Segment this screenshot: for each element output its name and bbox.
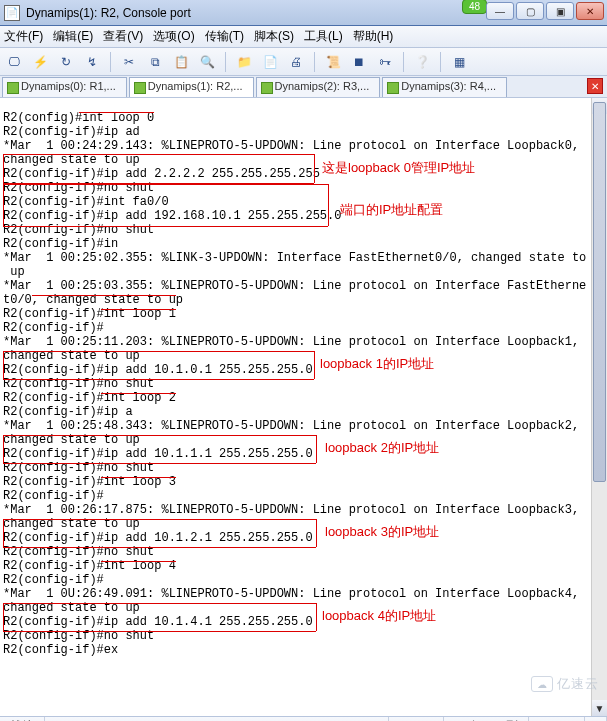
- annotation-box: [3, 379, 314, 380]
- annotation-box: [3, 603, 316, 604]
- toolbar-separator: [225, 52, 226, 72]
- paste-icon[interactable]: 📋: [171, 52, 191, 72]
- status-protocol: Telnet: [336, 717, 389, 721]
- app-icon: 📄: [4, 5, 20, 21]
- annotation-box: [3, 519, 4, 547]
- close-tab-button[interactable]: ✕: [587, 78, 603, 94]
- annotation-label-loopback1: loopback 1的IP地址: [320, 355, 434, 373]
- maximize-button[interactable]: ▢: [516, 2, 544, 20]
- toolbar-separator: [110, 52, 111, 72]
- toolbar-separator: [440, 52, 441, 72]
- annotation-box: [328, 184, 329, 226]
- status-emulation: VT100: [529, 717, 585, 721]
- annotation-box: [316, 603, 317, 631]
- scroll-thumb[interactable]: [593, 102, 606, 482]
- tooltip-badge: 48: [462, 0, 487, 14]
- toolbar-separator: [403, 52, 404, 72]
- status-state: 就绪: [0, 717, 45, 721]
- session-tabs: Dynamips(0): R1,... Dynamips(1): R2,... …: [0, 76, 607, 98]
- window-titlebar: 📄 Dynamips(1): R2, Console port 48 — ▢ ▣…: [0, 0, 607, 26]
- annotation-box: [101, 309, 176, 310]
- annotation-box: [3, 351, 4, 379]
- key-icon[interactable]: 🗝: [375, 52, 395, 72]
- status-cursor: 39, 19: [389, 717, 443, 721]
- find-icon[interactable]: 🔍: [197, 52, 217, 72]
- menu-bar: 文件(F) 编辑(E) 查看(V) 选项(O) 传输(T) 脚本(S) 工具(L…: [0, 26, 607, 48]
- annotation-box: [3, 603, 4, 631]
- session-tab-r1[interactable]: Dynamips(0): R1,...: [2, 77, 127, 97]
- session-tab-r3[interactable]: Dynamips(2): R3,...: [256, 77, 381, 97]
- annotation-box: [101, 561, 176, 562]
- annotation-box: [3, 519, 316, 520]
- status-bar: 就绪 Telnet 39, 19 39 行, 81 列 VT100: [0, 716, 607, 721]
- terminal-pane: R2(config)#int loop 0 R2(config-if)#ip a…: [0, 98, 607, 716]
- toolbar: 🖵 ⚡ ↻ ↯ ✂ ⧉ 📋 🔍 📁 📄 🖨 📜 ⏹ 🗝 ❔ ▦: [0, 48, 607, 76]
- annotation-box: [3, 226, 328, 227]
- session-tab-label: Dynamips(2): R3,...: [275, 80, 370, 92]
- window-controls: — ▢ ▣ ✕: [486, 2, 604, 20]
- session-tab-r2[interactable]: Dynamips(1): R2,...: [129, 77, 254, 97]
- menu-script[interactable]: 脚本(S): [254, 28, 294, 45]
- quick-connect-icon[interactable]: ⚡: [30, 52, 50, 72]
- menu-file[interactable]: 文件(F): [4, 28, 43, 45]
- annotation-label-loopback4: loopback 4的IP地址: [322, 607, 436, 625]
- annotation-label-fa0: 端口的IP地址配置: [340, 201, 443, 219]
- copy-icon[interactable]: ⧉: [145, 52, 165, 72]
- tile-icon[interactable]: ▦: [449, 52, 469, 72]
- annotation-box: [3, 631, 316, 632]
- annotation-label-loopback0: 这是loopback 0管理IP地址: [322, 159, 475, 177]
- annotation-box: [316, 519, 317, 547]
- annotation-box: [3, 547, 316, 548]
- menu-tools[interactable]: 工具(L): [304, 28, 343, 45]
- scroll-down-icon[interactable]: ▼: [592, 700, 607, 716]
- properties-icon[interactable]: 📄: [260, 52, 280, 72]
- help-icon[interactable]: ❔: [412, 52, 432, 72]
- menu-help[interactable]: 帮助(H): [353, 28, 394, 45]
- session-tab-label: Dynamips(0): R1,...: [21, 80, 116, 92]
- annotation-label-loopback2: loopback 2的IP地址: [325, 439, 439, 457]
- cut-icon[interactable]: ✂: [119, 52, 139, 72]
- folder-icon[interactable]: 📁: [234, 52, 254, 72]
- print-icon[interactable]: 🖨: [286, 52, 306, 72]
- close-button[interactable]: ✕: [576, 2, 604, 20]
- annotation-box: [3, 154, 314, 155]
- annotation-box: [3, 184, 4, 226]
- menu-options[interactable]: 选项(O): [153, 28, 194, 45]
- status-grip: [585, 717, 607, 721]
- annotation-box: [3, 184, 328, 185]
- annotation-box: [314, 154, 315, 183]
- annotation-box: [3, 463, 316, 464]
- session-tab-label: Dynamips(1): R2,...: [148, 80, 243, 92]
- annotation-box: [3, 351, 314, 352]
- annotation-box: [101, 477, 176, 478]
- window-title: Dynamips(1): R2, Console port: [26, 6, 191, 20]
- session-tab-r4[interactable]: Dynamips(3): R4,...: [382, 77, 507, 97]
- annotation-box: [314, 351, 315, 379]
- annotation-box: [3, 435, 316, 436]
- session-tab-label: Dynamips(3): R4,...: [401, 80, 496, 92]
- annotation-box: [79, 112, 154, 113]
- menu-edit[interactable]: 编辑(E): [53, 28, 93, 45]
- minimize-button[interactable]: —: [486, 2, 514, 20]
- annotation-box: [316, 435, 317, 463]
- terminal-output[interactable]: R2(config)#int loop 0 R2(config-if)#ip a…: [0, 110, 607, 658]
- script-icon[interactable]: 📜: [323, 52, 343, 72]
- toolbar-separator: [314, 52, 315, 72]
- annotation-box: [3, 435, 4, 463]
- status-viewport: 39 行, 81 列: [444, 717, 529, 721]
- menu-view[interactable]: 查看(V): [103, 28, 143, 45]
- annotation-label-loopback3: loopback 3的IP地址: [325, 523, 439, 541]
- disconnect-icon[interactable]: ↯: [82, 52, 102, 72]
- annotation-box: [101, 393, 176, 394]
- reconnect-icon[interactable]: ↻: [56, 52, 76, 72]
- annotation-box: [32, 295, 176, 296]
- new-session-icon[interactable]: 🖵: [4, 52, 24, 72]
- annotation-box: [3, 154, 4, 183]
- vertical-scrollbar[interactable]: ▲ ▼: [591, 98, 607, 716]
- stop-icon[interactable]: ⏹: [349, 52, 369, 72]
- menu-transfer[interactable]: 传输(T): [205, 28, 244, 45]
- affinity-button[interactable]: ▣: [546, 2, 574, 20]
